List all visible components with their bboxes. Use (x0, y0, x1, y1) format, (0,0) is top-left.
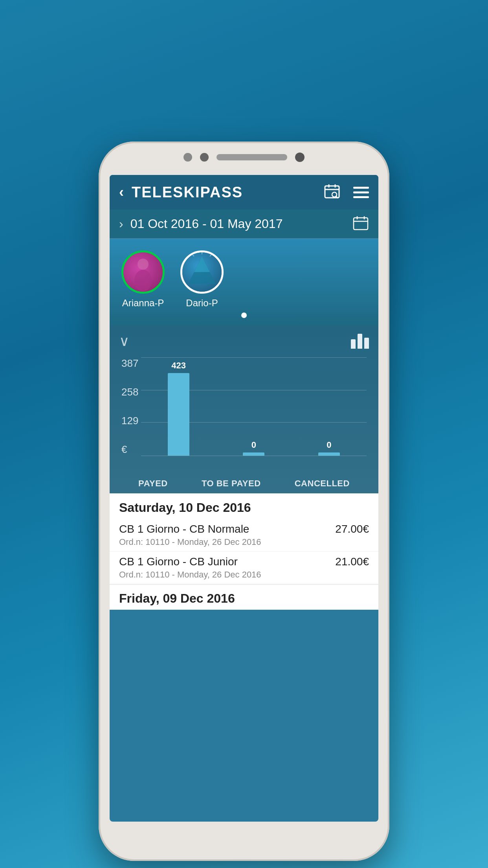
bar-chart-icon[interactable] (351, 334, 369, 349)
y-label-258: 258 (121, 386, 138, 398)
transaction-price-2: 21.00€ (335, 555, 369, 568)
transaction-date-title-1: Saturday, 10 Dec 2016 (119, 500, 251, 515)
phone-container: ‹ TELESKIPASS (99, 142, 389, 861)
camera-dot-2 (200, 153, 209, 162)
avatar-dario (180, 250, 224, 294)
transaction-item-1[interactable]: CB 1 Giorno - CB Normale Ord.n: 10110 - … (110, 519, 378, 552)
profile-row: Arianna-P (121, 250, 367, 309)
transaction-date-header-2: Friday, 09 Dec 2016 (110, 584, 378, 610)
bar-group-payed: 423 (168, 360, 189, 456)
transaction-item-left-2: CB 1 Giorno - CB Junior Ord.n: 10110 - M… (119, 555, 335, 580)
svg-marker-13 (194, 256, 210, 272)
menu-line-3 (353, 196, 369, 198)
calendar-search-icon[interactable] (323, 183, 342, 202)
header-icons (323, 183, 369, 202)
bar-group-cancelled: 0 (318, 440, 340, 456)
profile-name-dario: Dario-P (186, 298, 218, 309)
transaction-date-header-1: Saturday, 10 Dec 2016 (110, 493, 378, 519)
y-label-129: 129 (121, 415, 138, 427)
grid-line-bottom (141, 456, 367, 456)
app-header: ‹ TELESKIPASS (110, 175, 378, 210)
bar-value-cancelled: 0 (327, 440, 331, 450)
chart-area: 387 258 129 € (110, 353, 378, 475)
dot-active (241, 313, 247, 318)
profile-item-dario[interactable]: Dario-P (180, 250, 224, 309)
chevron-down-icon[interactable]: ∨ (119, 333, 129, 349)
bar-value-payed: 423 (171, 360, 186, 371)
speaker-grille (216, 154, 287, 160)
bar-value-tobepayed: 0 (251, 440, 256, 450)
svg-point-11 (134, 270, 152, 292)
profile-name-arianna: Arianna-P (122, 298, 164, 309)
chart-label-payed: PAYED (138, 478, 168, 489)
svg-line-16 (192, 254, 194, 256)
menu-line-1 (353, 187, 369, 189)
app-header-title: TELESKIPASS (132, 184, 323, 201)
transaction-item-left-1: CB 1 Giorno - CB Normale Ord.n: 10110 - … (119, 523, 335, 547)
svg-rect-6 (354, 218, 368, 230)
y-label-387: 387 (121, 357, 138, 370)
svg-point-10 (138, 259, 149, 270)
svg-point-4 (332, 192, 337, 197)
date-chevron: › (119, 217, 123, 231)
transaction-sub-2: Ord.n: 10110 - Monday, 26 Dec 2016 (119, 570, 335, 580)
phone-shell: ‹ TELESKIPASS (99, 142, 389, 861)
profile-section: Arianna-P (110, 239, 378, 326)
bar-payed (168, 373, 189, 456)
avatar-arianna (121, 250, 165, 294)
profile-dot-indicator (121, 313, 367, 318)
transaction-name-1: CB 1 Giorno - CB Normale (119, 523, 335, 535)
transaction-name-2: CB 1 Giorno - CB Junior (119, 555, 335, 568)
back-button[interactable]: ‹ (119, 184, 124, 200)
menu-line-2 (353, 191, 369, 193)
phone-top-bar (183, 153, 305, 162)
chart-header: ∨ (110, 326, 378, 353)
camera-dot-1 (183, 153, 192, 162)
transaction-list: Saturday, 10 Dec 2016 CB 1 Giorno - CB N… (110, 493, 378, 610)
transaction-sub-1: Ord.n: 10110 - Monday, 26 Dec 2016 (119, 537, 335, 547)
bar-group-tobepayed: 0 (243, 440, 264, 456)
transaction-price-1: 27.00€ (335, 523, 369, 535)
bar-tobepayed (243, 452, 264, 456)
phone-screen: ‹ TELESKIPASS (110, 175, 378, 822)
chart-label-cancelled: CANCELLED (295, 478, 350, 489)
front-camera (295, 153, 305, 162)
profile-item-arianna[interactable]: Arianna-P (121, 250, 165, 309)
chart-section: ∨ 387 258 129 € (110, 326, 378, 493)
chart-y-labels: 387 258 129 € (121, 357, 138, 456)
transaction-date-title-2: Friday, 09 Dec 2016 (119, 591, 235, 605)
date-bar[interactable]: › 01 Oct 2016 - 01 May 2017 (110, 210, 378, 239)
chart-label-tobepayed: TO BE PAYED (202, 478, 261, 489)
svg-line-15 (210, 254, 212, 256)
transaction-item-2[interactable]: CB 1 Giorno - CB Junior Ord.n: 10110 - M… (110, 552, 378, 584)
chart-bars: 423 0 0 (141, 357, 367, 456)
date-calendar-icon[interactable] (352, 215, 369, 233)
avatar-arianna-img (123, 252, 163, 292)
chart-labels-row: PAYED TO BE PAYED CANCELLED (110, 475, 378, 493)
date-range-text: 01 Oct 2016 - 01 May 2017 (130, 217, 352, 231)
menu-icon[interactable] (353, 187, 369, 198)
avatar-dario-img (182, 252, 222, 292)
bar-cancelled (318, 452, 340, 456)
y-label-euro: € (121, 443, 138, 456)
